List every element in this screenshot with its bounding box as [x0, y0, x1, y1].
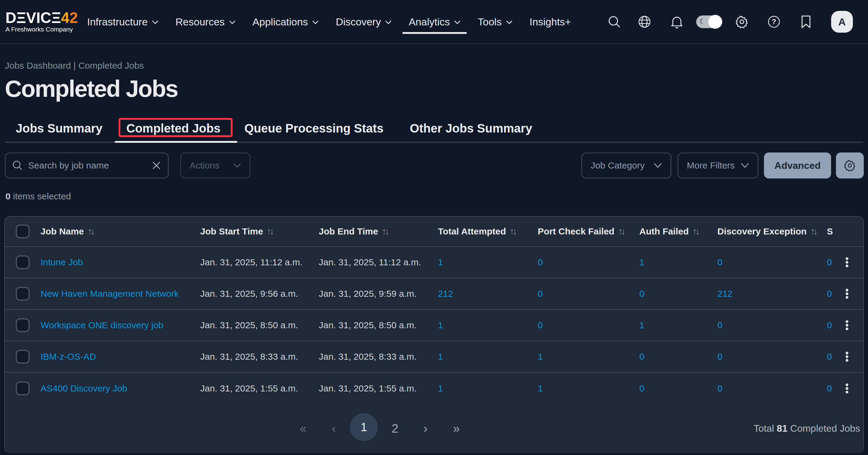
nav-item-tools[interactable]: Tools — [477, 0, 512, 43]
port-check-failed-link[interactable]: 0 — [538, 257, 543, 267]
nav-item-applications[interactable]: Applications — [252, 0, 319, 43]
s-column-link[interactable]: 0 — [827, 383, 832, 394]
sort-icon[interactable]: ↑↓ — [810, 226, 816, 237]
s-column-link[interactable]: 0 — [827, 257, 832, 267]
sort-icon[interactable]: ↑↓ — [267, 226, 273, 237]
sort-icon[interactable]: ↑↓ — [87, 226, 93, 237]
job-name-link[interactable]: Workspace ONE discovery job — [40, 320, 163, 330]
tab-completed-jobs[interactable]: Completed Jobs — [126, 122, 220, 142]
column-header-name[interactable]: Job Name↑↓ — [40, 226, 93, 237]
nav-item-insights[interactable]: Insights+ — [530, 0, 571, 43]
toolbar: Actions Job Category More Filters Advanc… — [0, 152, 868, 179]
row-menu-kebab-icon[interactable] — [846, 289, 848, 299]
port-check-failed-link[interactable]: 1 — [538, 383, 543, 394]
job-name-link[interactable]: Intune Job — [40, 257, 83, 267]
nav-item-discovery[interactable]: Discovery — [336, 0, 392, 43]
column-header-disc[interactable]: Discovery Exception↑↓ — [717, 226, 816, 237]
table-row: New Haven Management NetworkJan. 31, 202… — [5, 278, 863, 310]
help-icon[interactable]: ? — [767, 14, 781, 29]
user-avatar[interactable]: A — [831, 11, 853, 33]
s-column-link[interactable]: 0 — [827, 320, 832, 330]
column-header-total[interactable]: Total Attempted↑↓ — [438, 226, 515, 237]
nav-item-infrastructure[interactable]: Infrastructure — [87, 0, 158, 43]
row-checkbox[interactable] — [16, 318, 30, 332]
row-menu-kebab-icon[interactable] — [846, 321, 848, 330]
row-menu-kebab-icon[interactable] — [846, 352, 848, 362]
sort-icon[interactable]: ↑↓ — [618, 226, 624, 237]
discovery-exception-link[interactable]: 0 — [717, 352, 722, 362]
notifications-bell-icon[interactable] — [670, 14, 684, 29]
advanced-button[interactable]: Advanced — [764, 152, 831, 179]
row-checkbox[interactable] — [16, 255, 30, 269]
search-icon[interactable] — [607, 14, 621, 29]
auth-failed-link[interactable]: 1 — [639, 257, 645, 267]
select-all-checkbox[interactable] — [16, 224, 30, 238]
pagination-first-button[interactable]: « — [300, 422, 306, 435]
tab-other-jobs-summary[interactable]: Other Jobs Summary — [410, 122, 532, 142]
device42-logo-text: DΞVICΞ42 — [5, 10, 81, 25]
globe-icon[interactable] — [637, 14, 652, 29]
tab-queue-processing-stats[interactable]: Queue Processing Stats — [244, 122, 383, 142]
sort-icon[interactable]: ↑↓ — [509, 226, 515, 237]
auth-failed-link[interactable]: 0 — [639, 289, 645, 299]
pagination-page-1-button[interactable]: 1 — [350, 413, 378, 441]
nav-item-label: Tools — [477, 16, 501, 28]
pagination-prev-button[interactable]: ‹ — [332, 422, 336, 435]
chevron-down-icon — [152, 20, 158, 25]
column-header-auth[interactable]: Auth Failed↑↓ — [639, 226, 698, 237]
toggle-knob — [708, 15, 722, 29]
pagination-last-button[interactable]: » — [453, 422, 460, 435]
discovery-exception-link[interactable]: 0 — [717, 320, 722, 330]
column-header-s[interactable]: S — [827, 226, 833, 237]
port-check-failed-link[interactable]: 0 — [538, 320, 543, 330]
more-filters-dropdown[interactable]: More Filters — [678, 152, 758, 179]
device42-logo[interactable]: DΞVICΞ42 A Freshworks Company — [5, 10, 81, 33]
sort-icon[interactable]: ↑↓ — [692, 226, 698, 237]
total-attempted-link[interactable]: 212 — [438, 289, 453, 299]
pagination-page-2-button[interactable]: 2 — [392, 422, 398, 435]
job-category-dropdown[interactable]: Job Category — [581, 152, 672, 179]
auth-failed-link[interactable]: 0 — [639, 352, 645, 362]
nav-item-analytics[interactable]: Analytics — [409, 0, 461, 43]
port-check-failed-link[interactable]: 0 — [538, 289, 543, 299]
search-input[interactable] — [28, 160, 152, 171]
clear-search-icon[interactable] — [152, 161, 161, 170]
auth-failed-link[interactable]: 0 — [639, 383, 645, 394]
total-attempted-link[interactable]: 1 — [438, 352, 443, 362]
table-header-row: Job Name↑↓Job Start Time↑↓Job End Time↑↓… — [5, 217, 863, 247]
job-name-link[interactable]: IBM-z-OS-AD — [40, 352, 96, 362]
row-menu-kebab-icon[interactable] — [846, 257, 848, 267]
bookmark-icon[interactable] — [799, 14, 813, 29]
column-header-port[interactable]: Port Check Failed↑↓ — [538, 226, 624, 237]
discovery-exception-link[interactable]: 212 — [717, 289, 733, 299]
job-start-time: Jan. 31, 2025, 11:12 a.m. — [200, 257, 303, 267]
nav-item-label: Resources — [176, 16, 225, 28]
job-name-link[interactable]: AS400 Discovery Job — [40, 383, 127, 394]
column-header-start[interactable]: Job Start Time↑↓ — [200, 226, 273, 237]
total-attempted-link[interactable]: 1 — [438, 320, 443, 330]
column-header-end[interactable]: Job End Time↑↓ — [319, 226, 388, 237]
total-attempted-link[interactable]: 1 — [438, 383, 443, 394]
tab-jobs-summary[interactable]: Jobs Summary — [16, 122, 102, 142]
dark-mode-toggle[interactable]: ☾ — [696, 16, 722, 28]
row-checkbox[interactable] — [16, 382, 30, 395]
actions-dropdown[interactable]: Actions — [180, 152, 250, 179]
port-check-failed-link[interactable]: 1 — [538, 352, 543, 362]
s-column-link[interactable]: 0 — [827, 352, 832, 362]
discovery-exception-link[interactable]: 0 — [717, 383, 722, 394]
row-checkbox[interactable] — [16, 350, 30, 364]
job-name-link[interactable]: New Haven Management Network — [40, 289, 179, 299]
job-search-box[interactable] — [5, 152, 169, 179]
pagination-next-button[interactable]: › — [424, 422, 427, 435]
sort-icon[interactable]: ↑↓ — [382, 226, 388, 237]
total-attempted-link[interactable]: 1 — [438, 257, 443, 267]
settings-gear-icon[interactable] — [735, 14, 749, 29]
table-settings-button[interactable] — [836, 152, 864, 179]
tab-label: Queue Processing Stats — [244, 122, 383, 135]
auth-failed-link[interactable]: 1 — [639, 320, 645, 330]
row-checkbox[interactable] — [16, 287, 30, 301]
nav-item-resources[interactable]: Resources — [176, 0, 236, 43]
row-menu-kebab-icon[interactable] — [846, 384, 848, 394]
discovery-exception-link[interactable]: 0 — [717, 257, 722, 267]
s-column-link[interactable]: 0 — [827, 289, 832, 299]
